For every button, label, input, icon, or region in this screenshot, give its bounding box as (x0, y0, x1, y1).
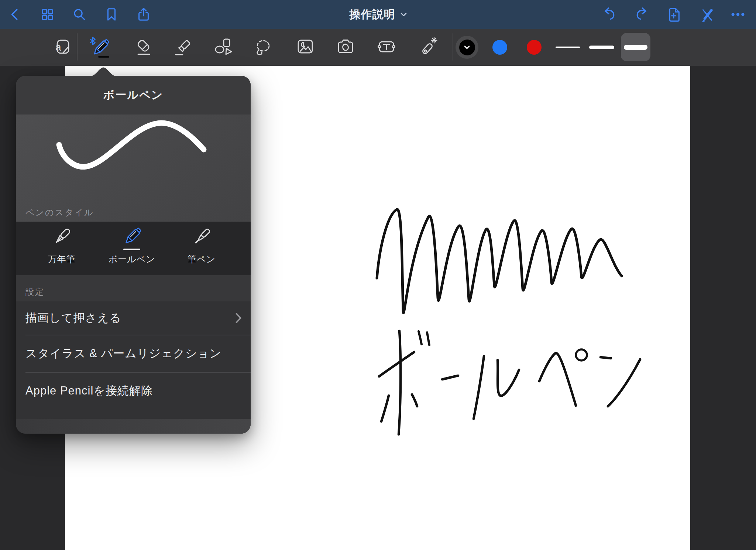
scribble-stroke (377, 209, 622, 313)
handwritten-n (601, 357, 640, 406)
document-title: 操作説明 (350, 7, 395, 22)
fountain-pen-icon (50, 225, 73, 252)
pen-style-row: 万年筆 ボールペン (16, 222, 251, 275)
handwritten-bo (379, 331, 429, 434)
handwritten-dash (442, 376, 458, 379)
goodnotes-app: 操作説明 (0, 0, 756, 550)
settings-rows: 描画して押さえる スタイラス & パームリジェクション Apple Pencil… (16, 301, 251, 419)
readonly-mode-button[interactable] (698, 7, 714, 22)
shapes-icon (212, 36, 234, 58)
undo-icon (602, 7, 617, 22)
drawing-toolbar: a (0, 29, 756, 66)
eraser-tool[interactable] (132, 35, 156, 59)
setting-row-draw-and-hold[interactable]: 描画して押さえる (16, 301, 251, 335)
color-swatch-black-inner (459, 40, 475, 55)
camera-tool[interactable] (334, 35, 358, 59)
redo-icon (634, 7, 649, 22)
handwritten-pe (539, 349, 587, 406)
popover-arrow (90, 66, 116, 76)
selected-style-underline (123, 249, 140, 250)
thickness-thick[interactable] (624, 45, 647, 50)
pen-style-label: ボールペン (108, 253, 155, 265)
chevron-right-icon (236, 312, 242, 324)
pen-tool[interactable] (88, 35, 111, 59)
highlighter-tool[interactable] (171, 35, 195, 59)
settings-section-header: 設定 (16, 275, 251, 301)
eraser-icon (133, 36, 155, 58)
pen-tool-icon (88, 35, 111, 59)
toolbar-divider (77, 33, 78, 61)
svg-text:a: a (55, 41, 61, 53)
lasso-tool[interactable] (251, 35, 275, 59)
popover-title: ボールペン (103, 88, 164, 103)
camera-icon (335, 36, 357, 58)
top-navigation-bar: 操作説明 (0, 0, 756, 29)
add-page-button[interactable] (666, 7, 681, 22)
stroke-preview-curve (16, 115, 251, 209)
color-swatch-blue[interactable] (492, 40, 507, 55)
thickness-medium[interactable] (589, 46, 614, 49)
pen-style-brush[interactable]: 筆ペン (172, 225, 231, 273)
text-icon (376, 36, 398, 58)
pen-settings-popover: ボールペン ペンのスタイル 万年筆 (16, 76, 251, 434)
redo-button[interactable] (634, 7, 649, 22)
color-swatch-black[interactable] (456, 36, 478, 59)
setting-row-label: Apple Pencilを接続解除 (25, 383, 153, 399)
pen-style-section-label: ペンのスタイル (25, 207, 94, 218)
add-page-icon (666, 7, 681, 22)
pen-style-fountain[interactable]: 万年筆 (32, 225, 91, 273)
popover-bottom-band (16, 419, 251, 434)
lasso-icon (252, 36, 274, 58)
highlighter-icon (172, 36, 194, 58)
pen-style-ballpoint[interactable]: ボールペン (102, 225, 161, 273)
laser-pointer-tool[interactable] (416, 35, 440, 59)
text-tool[interactable] (375, 35, 399, 59)
shapes-tool[interactable] (212, 35, 235, 59)
readonly-pen-icon (698, 7, 714, 22)
pen-style-label: 筆ペン (188, 253, 216, 265)
bluetooth-icon (90, 37, 95, 45)
ballpoint-pen-icon (120, 225, 144, 252)
setting-row-stylus-palm-rejection[interactable]: スタイラス & パームリジェクション (16, 335, 251, 372)
color-swatch-red[interactable] (527, 40, 542, 55)
more-icon (730, 7, 746, 22)
popover-header: ボールペン (16, 76, 251, 115)
setting-row-label: スタイラス & パームリジェクション (25, 346, 221, 361)
toolbar-divider-2 (453, 33, 453, 61)
title-chevron-down-icon (401, 13, 407, 17)
handwriting-a-icon: a (51, 36, 73, 58)
handwritten-ru (474, 356, 519, 419)
setting-row-label: 描画して押さえる (25, 310, 121, 326)
image-tool[interactable] (294, 35, 317, 59)
settings-section-label: 設定 (25, 286, 45, 298)
swatch-chevron-down-icon (464, 45, 470, 49)
laser-pointer-icon (417, 36, 439, 58)
stroke-preview-panel: ペンのスタイル (16, 115, 251, 222)
setting-row-disconnect-apple-pencil[interactable]: Apple Pencilを接続解除 (16, 372, 251, 409)
brush-pen-icon (190, 225, 213, 252)
more-options-button[interactable] (730, 7, 746, 22)
pen-style-label: 万年筆 (48, 253, 76, 265)
thickness-thin[interactable] (556, 47, 580, 48)
topbar-right-group (602, 0, 746, 29)
undo-button[interactable] (602, 7, 617, 22)
image-icon (295, 36, 317, 58)
handwriting-tool[interactable]: a (50, 35, 74, 59)
